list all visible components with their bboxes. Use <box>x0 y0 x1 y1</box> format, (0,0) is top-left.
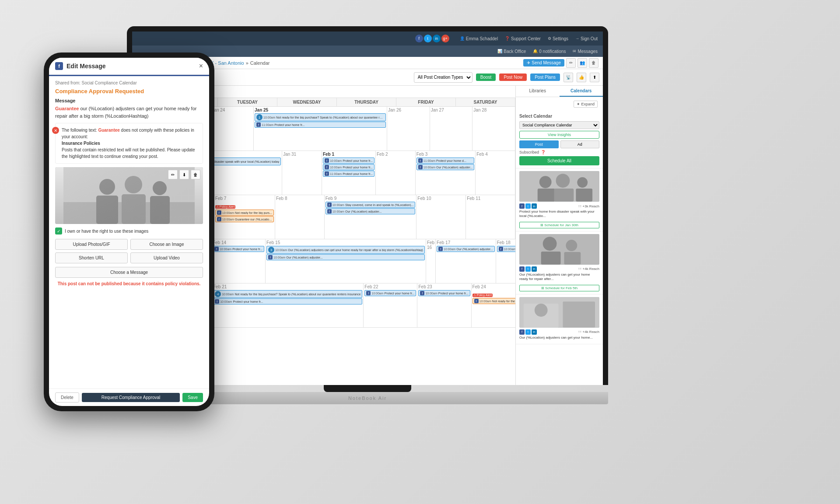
cal-event[interactable]: f 11:00am Protect your home fr... <box>323 171 374 177</box>
cal-cell-feb15: Feb 15 3 10:00am Our (%Location) adjuste… <box>266 239 426 283</box>
schedule-feb5-button[interactable]: ⊞ Schedule for Feb 5th <box>519 285 599 291</box>
trash-icon-btn[interactable]: 🗑 <box>589 58 598 68</box>
cal-event[interactable]: f 10:00am Protect your home fr... <box>364 290 416 296</box>
date-jan27: Jan 27 <box>431 108 472 112</box>
expand-button[interactable]: ✦ Expand <box>574 101 598 108</box>
cal-event[interactable]: f 11:00am Protect your home fr... <box>255 122 386 128</box>
edit-icon-btn[interactable]: ✏ <box>566 58 576 68</box>
schedule-jan30-button[interactable]: ⊞ Schedule for Jan 30th <box>519 222 599 228</box>
post-now-button[interactable]: Post Now <box>499 74 527 81</box>
edit-modal-body: Shared from: Social Compliance Calendar … <box>49 76 209 388</box>
post-card-image-3 <box>519 297 599 328</box>
messages-item[interactable]: ✉ Messages <box>573 49 598 54</box>
ad-tab-button[interactable]: Ad <box>560 140 600 148</box>
tw-icon[interactable]: t <box>424 35 432 42</box>
post-card-icons-1: f t in ↑↑ +3k Reach <box>519 203 599 209</box>
user-account-item[interactable]: 👤 Emma Schaddel <box>460 36 498 41</box>
settings-label: Settings <box>553 36 568 41</box>
like-icon-btn[interactable]: 👍 <box>577 73 586 82</box>
date-feb24: Feb 24 <box>472 284 515 289</box>
shorten-url-button[interactable]: Shorten URL <box>55 252 128 263</box>
cal-event[interactable]: 4 10:00am Not ready for the big purchase… <box>213 290 362 298</box>
cal-event[interactable]: f 10:00am Our (%Location) adjuster... <box>497 246 515 252</box>
upload-video-button[interactable]: Upload Video <box>130 252 203 263</box>
cal-cell-feb16: Feb 16 <box>426 239 436 283</box>
li-post-icon: in <box>532 329 537 335</box>
download-image-button[interactable]: ⬇ <box>179 170 189 179</box>
numbered-event-icon: 4 <box>215 291 221 297</box>
request-compliance-button[interactable]: Request Compliance Approval <box>82 393 180 402</box>
cal-event[interactable]: f 11:00am Protect your home d... <box>416 158 475 164</box>
svg-point-10 <box>539 176 552 188</box>
notifications-item[interactable]: 🔔 0 notifications <box>533 49 566 54</box>
cal-event[interactable]: f 10:00am Protect your home fr... <box>213 298 362 304</box>
svg-point-14 <box>577 177 588 188</box>
reach-badge-1: ↑↑ +3k Reach <box>578 204 599 208</box>
subscribed-help-icon[interactable]: ❓ <box>541 150 546 154</box>
rss-icon-btn[interactable]: 📡 <box>564 73 573 82</box>
date-feb14: Feb 14 <box>213 240 264 245</box>
choose-image-button[interactable]: Choose an Image <box>130 239 203 250</box>
cal-event[interactable]: f 10:00am Our (%Location) adjuster... <box>416 164 475 170</box>
schedule-all-button[interactable]: Schedule All <box>519 156 599 165</box>
delete-image-button[interactable]: 🗑 <box>191 170 200 179</box>
calendars-tab[interactable]: Calendars <box>560 86 603 97</box>
post-type-dropdown[interactable]: All Post Creation Types <box>414 72 472 83</box>
cal-event[interactable]: f 10:00am Guarantee our (%Locatio... <box>215 216 274 222</box>
post-tab-button[interactable]: Post <box>519 140 559 148</box>
back-office-item[interactable]: 📊 Back Office <box>497 49 526 54</box>
post-card-image-2 <box>519 234 599 265</box>
li-icon[interactable]: in <box>433 35 441 42</box>
cal-event[interactable]: f 10:00am Our (%Location) adjuster... <box>266 254 425 260</box>
cal-event[interactable]: f 10:00am Not ready for the big purs... <box>215 210 274 216</box>
image-rights-checkbox-row[interactable]: ✓ I own or have the right to use these i… <box>55 228 203 234</box>
cal-cell-feb22: Feb 22 f 10:00am Protect your home fr... <box>364 284 417 327</box>
cal-event[interactable]: f 10:00am Our (%Location) adjuster... <box>326 208 416 214</box>
fb-event-icon: f <box>325 158 329 163</box>
upload-photos-button[interactable]: Upload Photos/GIF <box>55 239 128 250</box>
settings-item[interactable]: ⚙ Settings <box>548 36 568 41</box>
cal-event[interactable]: f 10:00am Not ready for the big purs... <box>472 298 515 304</box>
cal-event[interactable]: f 10:00am Protect your home fr... <box>418 290 470 296</box>
libraries-tab[interactable]: Libraries <box>516 86 560 97</box>
li-post-icon: in <box>532 266 537 272</box>
cal-cell-feb10: Feb 10 <box>416 195 466 239</box>
save-button[interactable]: Save <box>182 393 203 402</box>
subscribed-label: Subscribed <box>519 150 539 154</box>
cal-cell-feb18: Feb 18 f 10:00am Our (%Location) adjuste… <box>496 239 515 283</box>
cal-cell-jan31: Jan 31 <box>282 151 322 195</box>
cal-event[interactable]: 3 10:00am Our (%Location) adjusters can … <box>266 246 425 254</box>
cal-event[interactable]: f 10:00am Protect your home fr... <box>323 158 374 164</box>
support-center-item[interactable]: ❓ Support Center <box>505 36 541 41</box>
cal-event[interactable]: 1 10:00am Not ready for the big purchase… <box>255 113 386 121</box>
date-feb18: Feb 18 <box>497 240 515 245</box>
fb-post-icon: f <box>519 203 525 209</box>
share-icon-btn[interactable]: ⬆ <box>590 73 599 82</box>
social-icons-row: f t in g+ <box>415 35 449 42</box>
cal-event[interactable]: f 10:00am Protect your home fr... <box>323 164 374 170</box>
send-message-button[interactable]: ✈ Send Message <box>523 59 564 66</box>
choose-message-button[interactable]: Choose a Message <box>55 267 203 278</box>
delete-button[interactable]: Delete <box>55 392 79 402</box>
post-ad-tabs: Post Ad <box>519 140 599 148</box>
breadcrumb-sep2: » <box>246 60 248 66</box>
view-insights-button[interactable]: View Insights <box>519 131 599 139</box>
fb-icon[interactable]: f <box>415 35 423 42</box>
svg-rect-23 <box>563 301 595 328</box>
cal-event[interactable]: f 10:00am Our (%Location) adjuster... <box>437 246 495 252</box>
cal-event[interactable]: f 10:00am Protect your home fr... <box>213 246 264 252</box>
calendar-select-dropdown[interactable]: Social Compliance Calendar <box>519 121 599 129</box>
breadcrumb-page: Calendar <box>250 60 270 66</box>
fb-event-icon: f <box>418 158 423 163</box>
edit-image-button[interactable]: ✏ <box>168 170 178 179</box>
date-feb7: Feb 7 <box>215 196 274 201</box>
close-button[interactable]: × <box>199 62 203 70</box>
gp-icon[interactable]: g+ <box>441 35 449 42</box>
date-jan26: Jan 26 <box>388 108 429 112</box>
post-plans-button[interactable]: Post Plans <box>530 74 560 81</box>
boost-button[interactable]: Boost <box>476 74 496 81</box>
users-icon-btn[interactable]: 👥 <box>578 58 587 68</box>
reach-badge-2: ↑↑ +4k Reach <box>578 267 599 271</box>
sign-out-item[interactable]: → Sign Out <box>575 36 598 41</box>
cal-event[interactable]: f 10:00am Stay covered, come in and spea… <box>326 202 416 208</box>
